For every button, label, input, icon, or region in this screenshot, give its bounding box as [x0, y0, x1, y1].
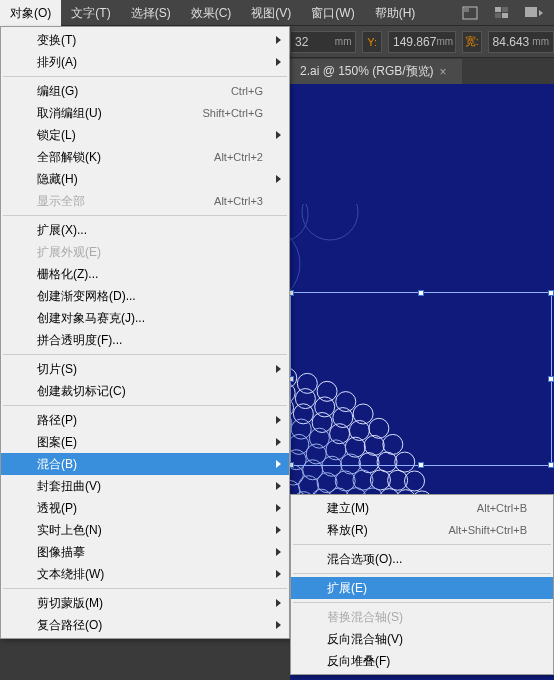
- close-icon[interactable]: ×: [440, 65, 452, 77]
- menu-item[interactable]: 反向堆叠(F): [291, 650, 553, 672]
- grid-icon[interactable]: [490, 3, 514, 23]
- svg-rect-4: [495, 13, 501, 18]
- svg-point-8: [302, 204, 358, 240]
- menu-effect[interactable]: 效果(C): [181, 0, 242, 26]
- handle-bc[interactable]: [418, 462, 424, 468]
- menu-item[interactable]: 图像描摹: [1, 541, 289, 563]
- handle-tl[interactable]: [290, 290, 294, 296]
- handle-tc[interactable]: [418, 290, 424, 296]
- screen-icon[interactable]: [522, 3, 546, 23]
- svg-rect-3: [502, 7, 508, 12]
- menu-item[interactable]: 栅格化(Z)...: [1, 263, 289, 285]
- menu-select[interactable]: 选择(S): [121, 0, 181, 26]
- menu-item[interactable]: 拼合透明度(F)...: [1, 329, 289, 351]
- handle-tr[interactable]: [548, 290, 554, 296]
- menu-item[interactable]: 封套扭曲(V): [1, 475, 289, 497]
- menu-item[interactable]: 创建渐变网格(D)...: [1, 285, 289, 307]
- svg-rect-6: [525, 7, 537, 17]
- menu-item[interactable]: 文本绕排(W): [1, 563, 289, 585]
- menu-object[interactable]: 对象(O): [0, 0, 61, 26]
- svg-rect-5: [502, 13, 508, 18]
- menubar-tools: [458, 3, 554, 23]
- menu-item[interactable]: 反向混合轴(V): [291, 628, 553, 650]
- handle-mr[interactable]: [548, 376, 554, 382]
- svg-rect-2: [495, 7, 501, 12]
- menu-item[interactable]: 路径(P): [1, 409, 289, 431]
- y-label: Y:: [362, 31, 382, 53]
- w-label: 宽:: [462, 31, 482, 53]
- svg-point-7: [290, 204, 308, 242]
- menu-item[interactable]: 切片(S): [1, 358, 289, 380]
- menu-item[interactable]: 显示全部Alt+Ctrl+3: [1, 190, 289, 212]
- menu-item[interactable]: 图案(E): [1, 431, 289, 453]
- handle-ml[interactable]: [290, 376, 294, 382]
- menubar: 对象(O) 文字(T) 选择(S) 效果(C) 视图(V) 窗口(W) 帮助(H…: [0, 0, 554, 26]
- blend-submenu: 建立(M)Alt+Ctrl+B释放(R)Alt+Shift+Ctrl+B混合选项…: [290, 494, 554, 675]
- menu-item[interactable]: 混合(B): [1, 453, 289, 475]
- menu-item[interactable]: 扩展外观(E): [1, 241, 289, 263]
- menu-item[interactable]: 混合选项(O)...: [291, 548, 553, 570]
- menu-item[interactable]: 创建裁切标记(C): [1, 380, 289, 402]
- x-field[interactable]: 32mm: [290, 31, 356, 53]
- menu-item[interactable]: 创建对象马赛克(J)...: [1, 307, 289, 329]
- menu-item[interactable]: 剪切蒙版(M): [1, 592, 289, 614]
- tab-title: 2.ai @ 150% (RGB/预览): [300, 63, 434, 80]
- handle-br[interactable]: [548, 462, 554, 468]
- y-field[interactable]: 149.867mm: [388, 31, 456, 53]
- menu-item[interactable]: 释放(R)Alt+Shift+Ctrl+B: [291, 519, 553, 541]
- menu-item[interactable]: 扩展(X)...: [1, 219, 289, 241]
- menu-item[interactable]: 全部解锁(K)Alt+Ctrl+2: [1, 146, 289, 168]
- menu-item[interactable]: 替换混合轴(S): [291, 606, 553, 628]
- doc-icon[interactable]: [458, 3, 482, 23]
- menu-item[interactable]: 透视(P): [1, 497, 289, 519]
- handle-bl[interactable]: [290, 462, 294, 468]
- selection-bbox: [290, 292, 552, 466]
- menu-item[interactable]: 建立(M)Alt+Ctrl+B: [291, 497, 553, 519]
- menu-view[interactable]: 视图(V): [241, 0, 301, 26]
- svg-rect-1: [464, 8, 469, 12]
- menu-item[interactable]: 隐藏(H): [1, 168, 289, 190]
- object-menu: 变换(T)排列(A)编组(G)Ctrl+G取消编组(U)Shift+Ctrl+G…: [0, 26, 290, 639]
- menu-item[interactable]: 扩展(E): [291, 577, 553, 599]
- menu-window[interactable]: 窗口(W): [301, 0, 364, 26]
- menu-item[interactable]: 变换(T): [1, 29, 289, 51]
- w-field[interactable]: 84.643mm: [488, 31, 554, 53]
- document-tab[interactable]: 2.ai @ 150% (RGB/预览) ×: [290, 59, 462, 84]
- menu-type[interactable]: 文字(T): [61, 0, 120, 26]
- menu-item[interactable]: 复合路径(O): [1, 614, 289, 636]
- menu-item[interactable]: 排列(A): [1, 51, 289, 73]
- menu-item[interactable]: 编组(G)Ctrl+G: [1, 80, 289, 102]
- menu-help[interactable]: 帮助(H): [365, 0, 426, 26]
- menu-item[interactable]: 锁定(L): [1, 124, 289, 146]
- menu-item[interactable]: 取消编组(U)Shift+Ctrl+G: [1, 102, 289, 124]
- menu-item[interactable]: 实时上色(N): [1, 519, 289, 541]
